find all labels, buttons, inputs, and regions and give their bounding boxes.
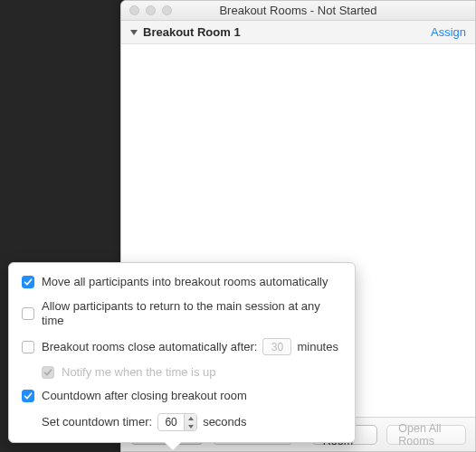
option-countdown-timer-label: Set countdown timer: [42, 415, 152, 429]
option-countdown-timer-row: Set countdown timer: 60 seconds [22, 413, 342, 431]
zoom-window-icon[interactable] [162, 5, 172, 15]
room-name: Breakout Room 1 [143, 25, 431, 39]
stepper-up[interactable] [185, 414, 196, 422]
check-icon [24, 391, 33, 400]
auto-close-minutes-input [262, 338, 291, 355]
minimize-window-icon[interactable] [146, 5, 156, 15]
checkbox-countdown[interactable] [22, 390, 34, 402]
check-icon [24, 278, 33, 287]
check-icon [43, 368, 52, 377]
room-header-row[interactable]: Breakout Room 1 Assign [121, 21, 475, 44]
option-notify-row: Notify me when the time is up [22, 365, 342, 380]
option-countdown-row[interactable]: Countdown after closing breakout room [22, 389, 342, 403]
window-controls [121, 5, 172, 15]
options-popover: Move all participants into breakout room… [8, 262, 356, 443]
countdown-seconds-value: 60 [158, 415, 184, 429]
option-auto-move-row[interactable]: Move all participants into breakout room… [22, 275, 342, 289]
close-window-icon[interactable] [129, 5, 139, 15]
open-all-rooms-button-label: Open All Rooms [398, 422, 454, 447]
option-allow-return-label: Allow participants to return to the main… [42, 299, 342, 328]
disclosure-triangle-icon[interactable] [130, 30, 138, 35]
option-auto-move-label: Move all participants into breakout room… [42, 275, 328, 289]
stepper-arrows[interactable] [184, 414, 196, 430]
desktop-background: Breakout Rooms - Not Started Breakout Ro… [0, 0, 476, 452]
option-auto-close-suffix: minutes [297, 340, 338, 354]
assign-link[interactable]: Assign [431, 25, 466, 39]
option-countdown-timer-suffix: seconds [203, 415, 246, 429]
option-countdown-label: Countdown after closing breakout room [42, 389, 247, 403]
checkbox-notify [42, 366, 54, 379]
titlebar: Breakout Rooms - Not Started [121, 1, 475, 21]
option-auto-close-label: Breakout rooms close automatically after… [42, 340, 257, 354]
open-all-rooms-button: Open All Rooms [386, 425, 466, 445]
option-notify-label: Notify me when the time is up [62, 365, 216, 380]
stepper-down[interactable] [185, 422, 196, 430]
option-auto-close-row[interactable]: Breakout rooms close automatically after… [22, 338, 342, 355]
checkbox-auto-close[interactable] [22, 341, 34, 353]
countdown-seconds-stepper[interactable]: 60 [157, 413, 197, 431]
window-title: Breakout Rooms - Not Started [121, 4, 475, 17]
chevron-down-icon [188, 425, 194, 428]
checkbox-auto-move[interactable] [22, 276, 34, 288]
option-allow-return-row[interactable]: Allow participants to return to the main… [22, 299, 342, 328]
chevron-up-icon [188, 417, 194, 420]
checkbox-allow-return[interactable] [22, 307, 34, 320]
